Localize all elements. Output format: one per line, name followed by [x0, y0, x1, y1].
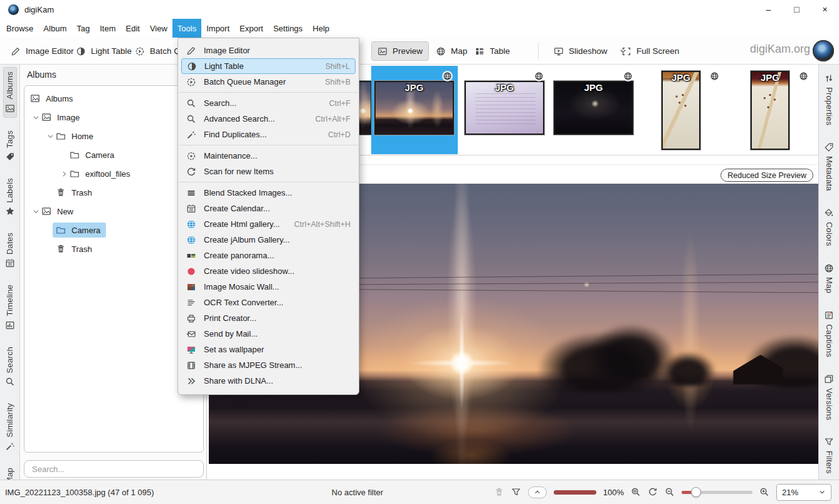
tree-silhouette	[660, 352, 716, 386]
map-icon	[824, 263, 834, 273]
chevron-up-icon	[534, 488, 541, 496]
scan-icon	[186, 167, 196, 177]
current-file-info: IMG_20221123_100358.jpg (47 of 1 095)	[5, 480, 154, 504]
tab-tags[interactable]: Tags	[4, 127, 16, 165]
close-button[interactable]: ×	[811, 0, 839, 19]
menu-settings[interactable]: Settings	[268, 19, 308, 38]
zoom-100-icon[interactable]	[631, 487, 641, 497]
geolocation-icon	[709, 71, 720, 81]
image-editor-button[interactable]: Image Editor	[5, 41, 80, 61]
menu-item-find-duplicates[interactable]: Find Duplicates... Ctrl+D	[181, 127, 356, 142]
zoom-in-icon[interactable]	[759, 487, 769, 497]
menu-export[interactable]: Export	[235, 19, 268, 38]
globe-icon	[186, 235, 196, 245]
menu-item-share-with-dlna[interactable]: Share with DLNA...	[181, 373, 356, 389]
tree-item-camera-selected[interactable]: Camera	[24, 221, 203, 239]
menu-album[interactable]: Album	[38, 19, 71, 38]
tab-properties[interactable]: Properties	[823, 70, 835, 129]
title-bar: digiKam – □ ×	[0, 0, 839, 19]
menu-tag[interactable]: Tag	[71, 19, 95, 38]
tab-captions[interactable]: Captions	[823, 307, 835, 361]
tree-item-exiftool-files[interactable]: exiftool_files	[24, 164, 203, 183]
menu-item-create-panorama[interactable]: Create panorama...	[181, 248, 356, 263]
map-button[interactable]: Map	[430, 41, 473, 61]
tools-dropdown-menu: Image Editor Light Table Shift+L Batch Q…	[177, 38, 359, 395]
menu-item-print-creator[interactable]: Print Creator...	[181, 310, 356, 326]
menu-item-ocr-text-converter[interactable]: OCR Text Converter...	[181, 295, 356, 310]
tab-dates[interactable]: Dates	[4, 229, 16, 272]
light-table-button[interactable]: Light Table	[70, 41, 137, 61]
thumbnail-moon[interactable]: JPG	[549, 66, 638, 154]
thumbnail-pills-1[interactable]: JPG	[638, 66, 727, 154]
menu-item-batch-queue-manager[interactable]: Batch Queue Manager Shift+B	[181, 74, 356, 90]
filter-icon[interactable]	[511, 487, 521, 497]
thumbnail-selected[interactable]: JPG	[371, 66, 458, 154]
search-icon	[5, 377, 15, 387]
colors-icon	[824, 208, 834, 218]
menu-separator	[179, 182, 358, 182]
tree-item-trash[interactable]: Trash	[24, 183, 203, 202]
menu-item-advanced-search[interactable]: Advanced Search... Ctrl+Alt+F	[181, 111, 356, 127]
menu-item-light-table[interactable]: Light Table Shift+L	[181, 58, 356, 74]
menu-browse[interactable]: Browse	[1, 19, 38, 38]
menu-import[interactable]: Import	[201, 19, 235, 38]
full-screen-button[interactable]: Full Screen	[616, 41, 685, 61]
tree-item-new[interactable]: New	[24, 202, 203, 221]
menu-item-scan-for-new-items[interactable]: Scan for new Items	[181, 164, 356, 179]
zoom-out-icon[interactable]	[665, 487, 675, 497]
menu-edit[interactable]: Edit	[120, 19, 144, 38]
tab-colors[interactable]: Colors	[823, 204, 835, 250]
geolocation-icon	[798, 71, 809, 81]
tree-item-camera[interactable]: Camera	[24, 145, 203, 164]
menu-help[interactable]: Help	[308, 19, 335, 38]
thumbnail-pills-2[interactable]: JPG	[727, 66, 816, 154]
menu-view[interactable]: View	[145, 19, 172, 38]
maximize-button[interactable]: □	[783, 0, 811, 19]
menu-tools[interactable]: Tools	[172, 19, 201, 38]
tab-similarity[interactable]: Similarity	[4, 399, 16, 455]
tab-filters[interactable]: Filters	[823, 433, 835, 478]
menu-item-set-as-wallpaper[interactable]: Set as wallpaper	[181, 342, 356, 357]
main-toolbar: Image Editor Light Table Batch Queue Man…	[0, 38, 839, 65]
progress-expand-button[interactable]	[528, 486, 547, 498]
tab-metadata[interactable]: Metadata	[823, 139, 835, 195]
table-button[interactable]: Table	[469, 41, 515, 61]
menu-item-create-html-gallery[interactable]: Create Html gallery... Ctrl+Alt+Shift+H	[181, 216, 356, 232]
tab-labels[interactable]: Labels	[4, 174, 16, 221]
digikam-logo-icon	[8, 4, 19, 15]
menu-item-search[interactable]: Search... Ctrl+F	[181, 95, 356, 111]
tab-albums[interactable]: Albums	[3, 67, 17, 118]
thumbnail-document[interactable]: JPG	[460, 66, 549, 154]
zoom-level-select[interactable]: 21%	[776, 484, 831, 501]
fit-to-window-icon[interactable]	[648, 487, 658, 497]
menu-item-image-mosaic-wall[interactable]: Image Mosaic Wall...	[181, 279, 356, 295]
menu-item-send-by-mail[interactable]: Send by Mail...	[181, 326, 356, 342]
tree-item-image[interactable]: Image	[24, 108, 203, 127]
menu-item-image-editor[interactable]: Image Editor	[181, 43, 356, 58]
zoom-slider-thumb[interactable]	[691, 487, 701, 497]
tab-map-right[interactable]: Map	[823, 260, 835, 297]
menu-item-share-as-mjpeg-stream[interactable]: Share as MJPEG Stream...	[181, 357, 356, 373]
tab-search[interactable]: Search	[4, 343, 16, 391]
tree-item-trash-new[interactable]: Trash	[24, 239, 203, 258]
tab-timeline[interactable]: Timeline	[4, 281, 16, 333]
tree-item-home[interactable]: Home	[24, 127, 203, 145]
labels-icon	[5, 206, 15, 216]
minimize-button[interactable]: –	[754, 0, 783, 19]
menu-item[interactable]: Item	[95, 19, 120, 38]
menu-item-blend-stacked-images[interactable]: Blend Stacked Images...	[181, 185, 356, 201]
menu-item-create-jalbum-gallery[interactable]: Create jAlbum Gallery...	[181, 232, 356, 248]
tree-item-albums-root[interactable]: Albums	[24, 89, 203, 108]
filter-status: No active filter	[288, 480, 426, 504]
zoom-slider[interactable]	[682, 487, 752, 497]
trash-icon	[56, 244, 66, 254]
trash-icon[interactable]	[494, 487, 504, 497]
album-search-input[interactable]	[24, 460, 204, 478]
menu-item-create-video-slideshow[interactable]: Create video slideshow...	[181, 263, 356, 279]
tab-versions[interactable]: Versions	[823, 370, 835, 424]
menu-item-create-calendar[interactable]: Create Calendar...	[181, 201, 356, 216]
chevron-down-icon	[818, 488, 826, 496]
preview-button[interactable]: Preview	[371, 41, 429, 61]
geolocation-icon	[534, 71, 544, 81]
menu-item-maintenance[interactable]: Maintenance...	[181, 148, 356, 164]
